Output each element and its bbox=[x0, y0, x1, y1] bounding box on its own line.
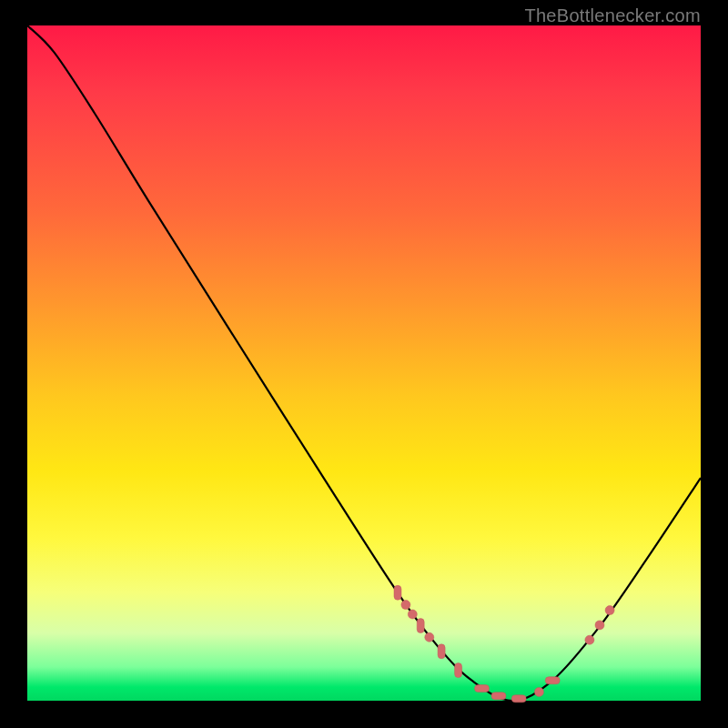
marker-dot bbox=[585, 635, 594, 644]
marker-pill-h bbox=[475, 685, 490, 693]
marker-pill bbox=[455, 663, 462, 678]
watermark-text: TheBottlenecker.com bbox=[524, 5, 701, 26]
marker-dot bbox=[534, 687, 543, 696]
marker-pill bbox=[438, 644, 445, 659]
marker-dot bbox=[408, 610, 417, 619]
marker-dot bbox=[605, 606, 614, 615]
marker-dot bbox=[401, 601, 410, 610]
marker-pill-h bbox=[511, 695, 526, 703]
marker-pill-h bbox=[545, 677, 560, 684]
marker-dot bbox=[595, 621, 604, 630]
marker-pill bbox=[417, 619, 424, 633]
chart-frame: TheBottlenecker.com bbox=[0, 0, 728, 728]
plot-area bbox=[27, 25, 701, 701]
markers-group bbox=[394, 585, 614, 703]
marker-dot bbox=[425, 632, 434, 642]
marker-pill bbox=[394, 585, 401, 600]
curve-svg bbox=[27, 25, 701, 701]
marker-pill-h bbox=[491, 693, 506, 700]
bottleneck-curve bbox=[27, 25, 701, 701]
